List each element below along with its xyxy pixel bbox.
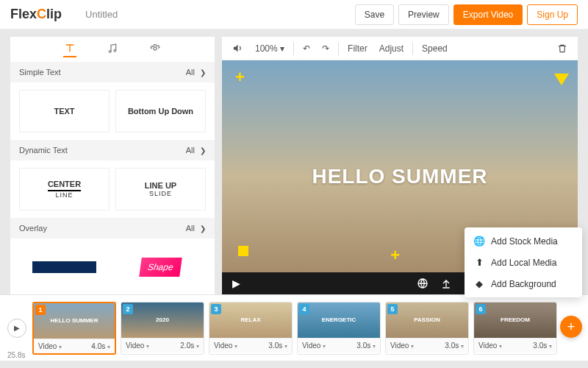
decoration-square-icon: [238, 246, 248, 256]
add-local-media[interactable]: ⬆Add Local Media: [465, 252, 582, 273]
clip[interactable]: 5PASSIONVideo ▾3.0s ▾: [385, 302, 469, 355]
section-all: All: [186, 224, 195, 233]
clip-label: FREEDOM: [501, 316, 530, 323]
clip[interactable]: 6FREEDOMVideo ▾3.0s ▾: [473, 302, 557, 355]
clip-type: Video ▾: [478, 342, 502, 350]
clip-duration: 3.0s ▾: [533, 342, 552, 350]
clip-number: 5: [387, 304, 398, 314]
preset-row-simple: TEXT Bottom Up Down: [10, 82, 215, 140]
paint-icon: ◆: [473, 278, 485, 289]
section-label: Simple Text: [19, 68, 61, 77]
clip-duration: 3.0s ▾: [356, 342, 376, 350]
chevron-right-icon: ❯: [200, 68, 206, 77]
clip-type: Video ▾: [390, 342, 414, 350]
project-title[interactable]: Untitled: [85, 9, 118, 20]
canvas-text-overlay[interactable]: HELLO SUMMER: [312, 165, 487, 188]
adjust-button[interactable]: Adjust: [376, 42, 406, 55]
preset-row-dynamic: CENTER LINE LINE UP SLIDE: [10, 160, 215, 218]
preview-toolbar: 100% ▾ ↶ ↷ Filter Adjust Speed: [222, 37, 578, 60]
clip-number: 3: [211, 304, 221, 314]
add-stock-media[interactable]: 🌐Add Stock Media: [465, 230, 582, 252]
svg-point-1: [114, 49, 116, 52]
add-media-menu: 🌐Add Stock Media ⬆Add Local Media ◆Add B…: [465, 227, 582, 297]
clip-label: 2020: [156, 316, 169, 323]
section-label: Overlay: [19, 224, 47, 233]
clip-type: Video ▾: [214, 342, 237, 350]
decoration-plus-icon: +: [235, 68, 245, 87]
preset-shape[interactable]: Shape: [115, 246, 206, 289]
total-duration: 25.8s: [7, 351, 25, 359]
clip-number: 1: [35, 305, 46, 315]
undo-icon[interactable]: ↶: [300, 42, 313, 55]
clip-label: HELLO SUMMER: [51, 317, 98, 324]
preset-row-overlay: Shape: [10, 238, 215, 289]
svg-point-0: [109, 51, 111, 53]
preview-button[interactable]: Preview: [398, 4, 449, 25]
clip-number: 4: [299, 304, 309, 314]
tab-text[interactable]: [63, 44, 76, 57]
logo-text: Flex: [10, 7, 37, 21]
preset-center-line[interactable]: CENTER LINE: [19, 168, 110, 210]
globe-icon: 🌐: [473, 236, 485, 247]
clip[interactable]: 22020Video ▾2.0s ▾: [121, 302, 204, 355]
section-all: All: [186, 68, 195, 77]
section-all: All: [186, 146, 195, 155]
filter-button[interactable]: Filter: [345, 42, 370, 55]
save-button[interactable]: Save: [355, 4, 394, 25]
clip[interactable]: 1HELLO SUMMERVideo ▾4.0s ▾: [32, 302, 116, 355]
clip-type: Video ▾: [302, 342, 326, 350]
logo: FlexClip: [10, 7, 62, 22]
chevron-right-icon: ❯: [200, 224, 206, 233]
preset-rectangle[interactable]: [19, 246, 110, 289]
clip-number: 6: [476, 304, 486, 314]
preset-line-up-slide[interactable]: LINE UP SLIDE: [115, 168, 206, 210]
clip-label: ENERGETIC: [322, 316, 356, 323]
clip-type: Video ▾: [38, 342, 62, 350]
preset-text[interactable]: TEXT: [19, 90, 110, 132]
clip-number: 2: [123, 304, 133, 314]
chevron-right-icon: ❯: [200, 146, 206, 155]
zoom-level[interactable]: 100% ▾: [252, 42, 287, 55]
logo-accent: C: [37, 7, 46, 21]
svg-point-2: [154, 47, 157, 50]
clip[interactable]: 4ENERGETICVideo ▾3.0s ▾: [297, 302, 381, 355]
timeline-play-button[interactable]: ▶: [7, 319, 26, 338]
clip-label: PASSION: [414, 316, 440, 323]
tab-settings[interactable]: [148, 44, 162, 57]
globe-icon[interactable]: [416, 277, 429, 290]
decoration-plus-icon: +: [390, 246, 400, 265]
signup-button[interactable]: Sign Up: [527, 4, 578, 25]
section-overlay[interactable]: Overlay All ❯: [10, 218, 215, 238]
upload-icon[interactable]: [440, 277, 453, 290]
clip-label: RELAX: [240, 316, 260, 323]
sidebar: Simple Text All ❯ TEXT Bottom Up Down Dy…: [10, 37, 215, 294]
timeline: ▶ 25.8s 1HELLO SUMMERVideo ▾4.0s ▾22020V…: [0, 294, 588, 361]
preset-bottom-up-down[interactable]: Bottom Up Down: [115, 90, 206, 132]
clip[interactable]: 3RELAXVideo ▾3.0s ▾: [209, 302, 293, 355]
section-label: Dynamic Text: [19, 146, 68, 155]
tab-music[interactable]: [106, 44, 119, 57]
decoration-triangle-icon: [554, 74, 569, 85]
clip-duration: 3.0s ▾: [268, 342, 287, 350]
clip-duration: 2.0s ▾: [180, 342, 199, 350]
add-background[interactable]: ◆Add Background: [465, 273, 582, 294]
clip-duration: 3.0s ▾: [445, 342, 464, 350]
export-button[interactable]: Export Video: [453, 4, 523, 25]
clip-duration: 4.0s ▾: [91, 342, 110, 350]
sidebar-tabs: [10, 37, 215, 62]
clips-container: 1HELLO SUMMERVideo ▾4.0s ▾22020Video ▾2.…: [32, 302, 581, 355]
speed-button[interactable]: Speed: [419, 42, 451, 55]
app-header: FlexClip Untitled Save Preview Export Vi…: [0, 0, 588, 29]
play-icon[interactable]: ▶: [229, 277, 243, 290]
section-simple-text[interactable]: Simple Text All ❯: [10, 62, 215, 82]
clip-type: Video ▾: [126, 342, 149, 350]
delete-icon[interactable]: [554, 42, 570, 55]
volume-icon[interactable]: [229, 41, 246, 55]
redo-icon[interactable]: ↷: [319, 42, 332, 55]
logo-text2: lip: [46, 7, 62, 21]
upload-icon: ⬆: [473, 257, 485, 268]
section-dynamic-text[interactable]: Dynamic Text All ❯: [10, 140, 215, 160]
add-clip-button[interactable]: +: [560, 316, 582, 338]
